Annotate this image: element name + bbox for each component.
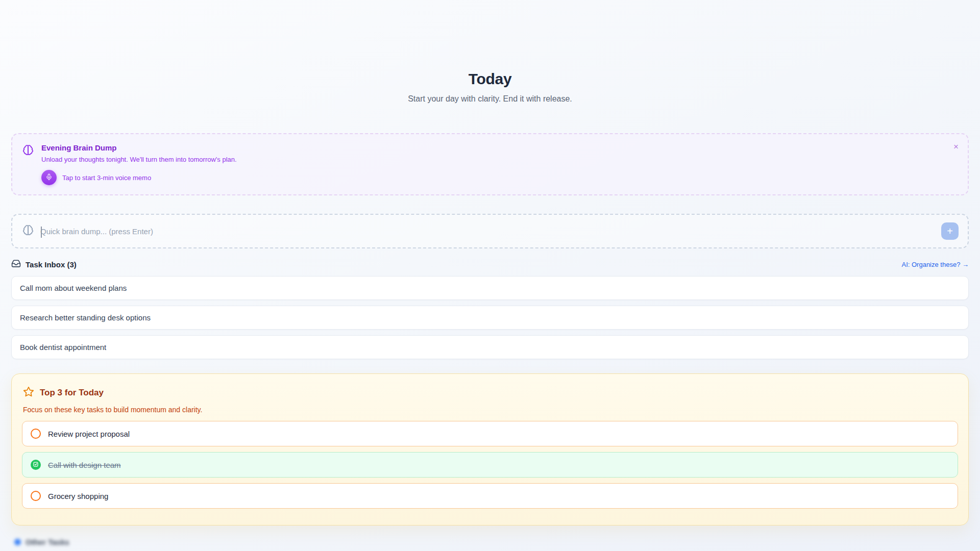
task-inbox-title: Task Inbox (3) [26,260,77,269]
top3-task-label: Review project proposal [48,430,130,438]
text-caret [41,227,42,238]
banner-content: Evening Brain Dump Unload your thoughts … [41,143,237,185]
task-checkbox[interactable] [31,491,41,501]
brain-icon [22,224,34,238]
top3-task-label: Call with design team [48,461,121,469]
task-inbox-list: Call mom about weekend plans Research be… [11,276,969,359]
page-title: Today [11,70,969,88]
top3-title: Top 3 for Today [40,388,104,398]
microphone-button[interactable] [41,170,57,185]
blue-dot-icon [14,539,21,545]
banner-subtitle: Unload your thoughts tonight. We'll turn… [41,156,237,163]
quick-brain-dump-field[interactable]: + [11,214,969,248]
top3-for-today-section: Top 3 for Today Focus on these key tasks… [11,373,969,525]
page-header: Today Start your day with clarity. End i… [11,0,969,105]
top3-task-label: Grocery shopping [48,492,108,500]
voice-memo-cta[interactable]: Tap to start 3-min voice memo [41,170,237,185]
star-icon [23,386,34,399]
close-icon: × [953,142,959,152]
inbox-tray-icon [11,259,21,270]
other-tasks-section-header[interactable]: Other Tasks [11,538,969,546]
ai-organize-link[interactable]: AI: Organize these? → [901,261,969,268]
inbox-task-card[interactable]: Book dentist appointment [11,335,969,359]
task-checkbox[interactable] [31,460,41,470]
inbox-task-card[interactable]: Call mom about weekend plans [11,276,969,300]
top3-task-row[interactable]: Grocery shopping [22,483,958,509]
plus-icon: + [947,226,953,236]
top3-task-list: Review project proposal Call with design… [22,421,958,509]
banner-close-button[interactable]: × [953,142,959,151]
top3-task-row[interactable]: Call with design team [22,452,958,478]
evening-brain-dump-banner: Evening Brain Dump Unload your thoughts … [11,133,969,195]
task-checkbox[interactable] [31,429,41,439]
microphone-icon [45,173,53,182]
top3-header: Top 3 for Today [22,386,958,399]
voice-memo-cta-label[interactable]: Tap to start 3-min voice memo [62,174,151,182]
banner-title: Evening Brain Dump [41,143,237,152]
quick-brain-dump-input[interactable] [40,227,935,236]
page-subtitle: Start your day with clarity. End it with… [11,93,969,105]
other-tasks-label: Other Tasks [26,538,69,546]
task-inbox-header: Task Inbox (3) AI: Organize these? → [11,259,969,270]
top3-task-row[interactable]: Review project proposal [22,421,958,446]
top3-subtitle: Focus on these key tasks to build moment… [22,406,958,414]
today-page: Today Start your day with clarity. End i… [0,0,980,546]
brain-icon [22,144,34,158]
check-square-icon [33,461,39,469]
add-task-button[interactable]: + [941,222,959,240]
inbox-task-card[interactable]: Research better standing desk options [11,306,969,330]
